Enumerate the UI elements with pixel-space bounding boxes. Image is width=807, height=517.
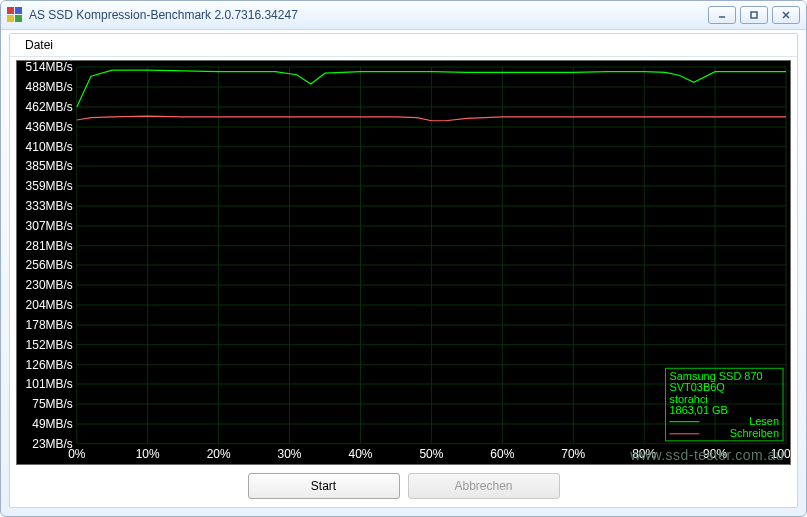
x-tick-label: 60% <box>490 447 514 461</box>
legend-info: 1863,01 GB <box>669 404 727 416</box>
y-tick-label: 359MB/s <box>26 179 73 193</box>
x-tick-label: 20% <box>207 447 231 461</box>
y-tick-label: 256MB/s <box>26 258 73 272</box>
start-button[interactable]: Start <box>248 473 400 499</box>
x-tick-label: 10% <box>136 447 160 461</box>
svg-rect-1 <box>751 12 757 18</box>
y-tick-label: 514MB/s <box>26 61 73 74</box>
y-tick-label: 101MB/s <box>26 377 73 391</box>
x-tick-label: 0% <box>68 447 86 461</box>
window-buttons <box>708 6 800 24</box>
y-tick-label: 385MB/s <box>26 159 73 173</box>
y-tick-label: 75MB/s <box>32 397 73 411</box>
y-tick-label: 178MB/s <box>26 318 73 332</box>
y-tick-label: 462MB/s <box>26 100 73 114</box>
legend-write: Schreiben <box>730 427 779 439</box>
menubar: Datei <box>10 34 797 57</box>
titlebar: AS SSD Kompression-Benchmark 2.0.7316.34… <box>1 1 806 30</box>
y-tick-label: 49MB/s <box>32 417 73 431</box>
button-row: Start Abbrechen <box>10 471 797 501</box>
maximize-button[interactable] <box>740 6 768 24</box>
y-tick-label: 488MB/s <box>26 80 73 94</box>
client-area: Datei 23MB/s49MB/s75MB/s101MB/s126MB/s15… <box>9 33 798 508</box>
x-tick-label: 70% <box>561 447 585 461</box>
y-tick-label: 23MB/s <box>32 437 73 451</box>
x-tick-label: 30% <box>278 447 302 461</box>
y-tick-label: 410MB/s <box>26 140 73 154</box>
y-tick-label: 204MB/s <box>26 298 73 312</box>
x-tick-label: 40% <box>349 447 373 461</box>
y-tick-label: 152MB/s <box>26 338 73 352</box>
chart-area: 23MB/s49MB/s75MB/s101MB/s126MB/s152MB/s1… <box>16 60 791 465</box>
y-tick-label: 307MB/s <box>26 219 73 233</box>
y-tick-label: 230MB/s <box>26 278 73 292</box>
y-tick-label: 126MB/s <box>26 358 73 372</box>
y-tick-label: 281MB/s <box>26 239 73 253</box>
menu-file[interactable]: Datei <box>16 35 62 55</box>
y-tick-label: 436MB/s <box>26 120 73 134</box>
legend-read: Lesen <box>749 415 779 427</box>
app-icon <box>7 7 23 23</box>
watermark: www.ssd-tester.com.au <box>629 447 784 463</box>
x-tick-label: 50% <box>419 447 443 461</box>
cancel-button: Abbrechen <box>408 473 560 499</box>
app-window: AS SSD Kompression-Benchmark 2.0.7316.34… <box>0 0 807 517</box>
minimize-button[interactable] <box>708 6 736 24</box>
y-tick-label: 333MB/s <box>26 199 73 213</box>
close-button[interactable] <box>772 6 800 24</box>
window-title: AS SSD Kompression-Benchmark 2.0.7316.34… <box>29 8 298 22</box>
compression-chart: 23MB/s49MB/s75MB/s101MB/s126MB/s152MB/s1… <box>17 61 790 464</box>
